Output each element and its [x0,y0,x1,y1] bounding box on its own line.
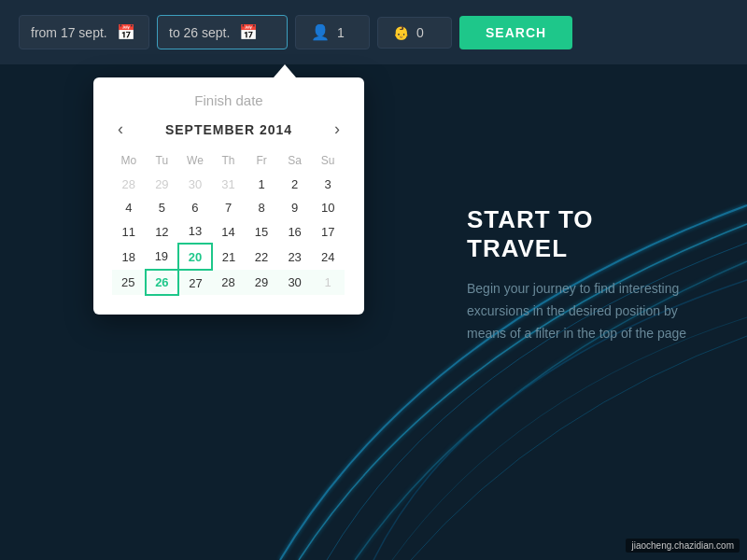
calendar-day[interactable]: 13 [178,219,212,244]
calendar-day[interactable]: 27 [178,270,212,295]
calendar-day[interactable]: 31 [212,173,246,196]
calendar-day[interactable]: 23 [278,244,312,270]
hero-title: START TO TRAVEL [467,205,691,263]
weekday-header: Mo [112,150,146,173]
to-date-input[interactable]: to 26 sept. 📅 [157,15,288,49]
calendar-day[interactable]: 4 [112,196,146,219]
weekday-header: Su [311,150,345,173]
calendar-day[interactable]: 19 [146,244,179,270]
adult-icon: 👤 [311,23,330,41]
from-date-input[interactable]: from 17 sept. 📅 [19,15,149,49]
watermark: jiaocheng.chazidian.com [626,539,740,553]
calendar-day[interactable]: 2 [278,173,312,196]
from-calendar-icon: 📅 [117,23,135,41]
calendar-day[interactable]: 21 [212,244,246,270]
calendar-day[interactable]: 1 [311,270,345,295]
calendar-grid: MoTuWeThFrSaSu 2829303112345678910111213… [112,150,345,296]
calendar-day[interactable]: 17 [311,219,345,244]
calendar-day[interactable]: 16 [278,219,312,244]
weekday-header: Th [212,150,246,173]
calendar-arrow [274,64,296,77]
calendar-day[interactable]: 11 [112,219,146,244]
calendar-day[interactable]: 14 [212,219,246,244]
calendar-day[interactable]: 10 [311,196,345,219]
right-content: START TO TRAVEL Begin your journey to fi… [467,205,691,344]
calendar-day[interactable]: 28 [112,173,146,196]
calendar-day[interactable]: 30 [178,173,212,196]
children-input[interactable]: 👶 0 [377,17,452,49]
calendar-day[interactable]: 29 [245,270,278,295]
from-date-label: from 17 sept. [31,25,107,40]
child-icon: 👶 [393,25,409,40]
weekday-header: Tu [146,150,179,173]
to-date-label: to 26 sept. [169,25,230,40]
calendar-title: Finish date [112,92,345,108]
weekday-header: Fr [245,150,278,173]
calendar-day[interactable]: 8 [245,196,278,219]
next-month-button[interactable]: › [329,119,345,139]
hero-description: Begin your journey to find interesting e… [467,278,691,344]
calendar-day[interactable]: 7 [212,196,246,219]
calendar-week-row: 2526272829301 [112,270,345,295]
calendar-day[interactable]: 6 [178,196,212,219]
calendar-day[interactable]: 24 [311,244,345,270]
weekday-row: MoTuWeThFrSaSu [112,150,345,173]
children-count: 0 [416,25,424,40]
calendar: Finish date ‹ SEPTEMBER 2014 › MoTuWeThF… [93,77,364,315]
calendar-week-row: 11121314151617 [112,219,345,244]
calendar-day[interactable]: 5 [146,196,179,219]
calendar-header: ‹ SEPTEMBER 2014 › [112,119,345,139]
weekday-header: Sa [278,150,312,173]
to-calendar-icon: 📅 [239,23,258,41]
calendar-day[interactable]: 1 [245,173,278,196]
calendar-day[interactable]: 9 [278,196,312,219]
calendar-week-row: 45678910 [112,196,345,219]
calendar-day[interactable]: 29 [146,173,179,196]
weekday-header: We [178,150,212,173]
calendar-day[interactable]: 28 [212,270,246,295]
adults-input[interactable]: 👤 1 [295,15,370,49]
calendar-week-row: 18192021222324 [112,244,345,270]
calendar-container: Finish date ‹ SEPTEMBER 2014 › MoTuWeThF… [93,64,364,315]
calendar-week-row: 28293031123 [112,173,345,196]
calendar-day[interactable]: 26 [146,270,179,295]
adults-count: 1 [337,25,345,40]
top-bar: from 17 sept. 📅 to 26 sept. 📅 👤 1 👶 0 SE… [0,0,747,64]
search-button[interactable]: SEARCH [459,16,572,49]
calendar-day[interactable]: 12 [146,219,179,244]
calendar-day[interactable]: 30 [278,270,312,295]
calendar-day[interactable]: 3 [311,173,345,196]
calendar-day[interactable]: 18 [112,244,146,270]
calendar-day[interactable]: 25 [112,270,146,295]
calendar-day[interactable]: 20 [178,244,212,270]
month-year-label: SEPTEMBER 2014 [165,122,292,137]
prev-month-button[interactable]: ‹ [112,119,129,139]
calendar-day[interactable]: 22 [245,244,278,270]
calendar-day[interactable]: 15 [245,219,278,244]
